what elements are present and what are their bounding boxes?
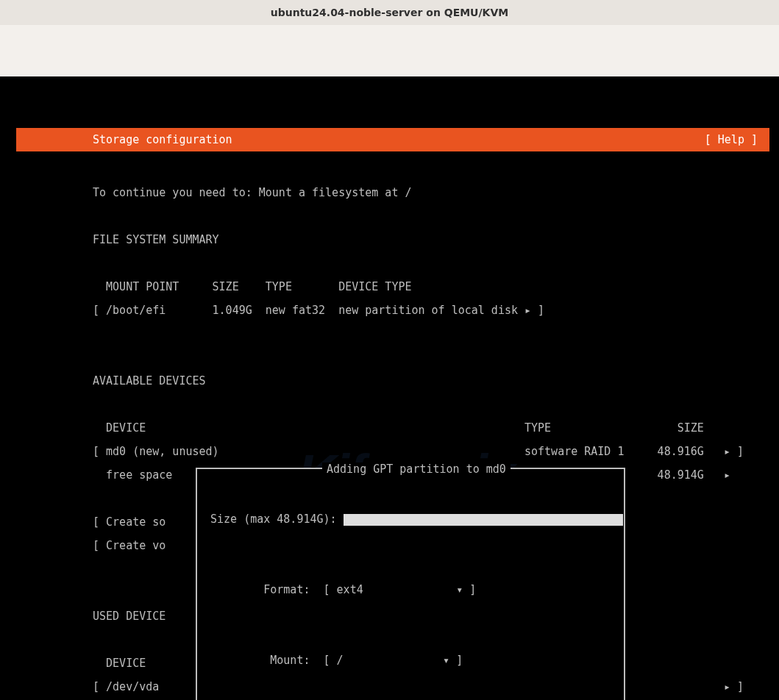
available-columns: DEVICE TYPE SIZE xyxy=(93,422,769,434)
help-button[interactable]: [ Help ] xyxy=(705,128,764,151)
terminal-screen: Storage configuration [ Help ] To contin… xyxy=(0,76,779,700)
size-input[interactable] xyxy=(344,514,623,526)
device-row-md0[interactable]: [ md0 (new, unused) software RAID 1 48.9… xyxy=(93,446,769,457)
instruction-text: To continue you need to: Mount a filesys… xyxy=(93,187,769,199)
installer-header: Storage configuration [ Help ] xyxy=(16,128,769,151)
window-toolbar-area xyxy=(0,25,779,76)
dialog-title: Adding GPT partition to md0 xyxy=(322,463,511,476)
window-title: ubuntu24.04-noble-server on QEMU/KVM xyxy=(271,7,508,18)
format-select[interactable]: [ ext4 ▾ ] xyxy=(324,583,477,596)
fs-summary-heading: FILE SYSTEM SUMMARY xyxy=(93,234,769,246)
fs-summary-columns: MOUNT POINT SIZE TYPE DEVICE TYPE xyxy=(93,281,769,293)
format-label: Format: xyxy=(210,583,324,596)
page-title: Storage configuration xyxy=(93,128,232,151)
size-label: Size (max 48.914G): xyxy=(210,512,344,526)
mount-select[interactable]: [ / ▾ ] xyxy=(324,654,463,667)
window-titlebar: ubuntu24.04-noble-server on QEMU/KVM xyxy=(0,0,779,25)
mount-label: Mount: xyxy=(210,654,324,667)
available-heading: AVAILABLE DEVICES xyxy=(93,375,769,387)
fs-summary-row[interactable]: [ /boot/efi 1.049G new fat32 new partiti… xyxy=(93,304,769,316)
add-partition-dialog: Adding GPT partition to md0 Size (max 48… xyxy=(196,468,625,700)
